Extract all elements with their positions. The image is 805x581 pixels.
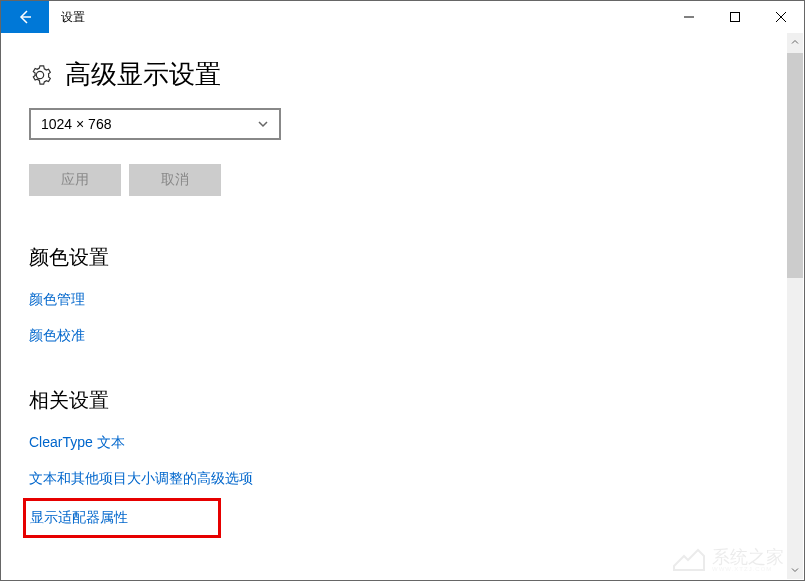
- highlight-box: 显示适配器属性: [23, 498, 221, 538]
- cleartype-link[interactable]: ClearType 文本: [29, 434, 125, 452]
- button-row: 应用 取消: [29, 164, 776, 196]
- resolution-value: 1024 × 768: [41, 116, 111, 132]
- page-header: 高级显示设置: [29, 57, 776, 92]
- content-area: 高级显示设置 1024 × 768 应用 取消 颜色设置 颜色管理 颜色校准 相…: [1, 33, 804, 580]
- related-section-title: 相关设置: [29, 387, 776, 414]
- scroll-down-button[interactable]: [787, 561, 803, 579]
- chevron-down-icon: [257, 118, 269, 130]
- scroll-thumb[interactable]: [787, 53, 803, 278]
- window-title: 设置: [61, 9, 85, 26]
- gear-icon: [29, 64, 51, 86]
- color-calibration-link[interactable]: 颜色校准: [29, 327, 85, 345]
- apply-button[interactable]: 应用: [29, 164, 121, 196]
- close-icon: [776, 12, 786, 22]
- color-section-title: 颜色设置: [29, 244, 776, 271]
- back-button[interactable]: [1, 1, 49, 33]
- cancel-button[interactable]: 取消: [129, 164, 221, 196]
- maximize-icon: [730, 12, 740, 22]
- text-sizing-link[interactable]: 文本和其他项目大小调整的高级选项: [29, 470, 253, 488]
- scroll-up-button[interactable]: [787, 33, 803, 51]
- minimize-button[interactable]: [666, 1, 712, 33]
- color-settings-section: 颜色设置 颜色管理 颜色校准: [29, 244, 776, 345]
- chevron-down-icon: [791, 566, 799, 574]
- svg-rect-2: [731, 13, 740, 22]
- arrow-left-icon: [17, 9, 33, 25]
- display-adapter-link[interactable]: 显示适配器属性: [30, 509, 128, 527]
- chevron-up-icon: [791, 38, 799, 46]
- titlebar: 设置: [1, 1, 804, 33]
- resolution-dropdown[interactable]: 1024 × 768: [29, 108, 281, 140]
- minimize-icon: [684, 12, 694, 22]
- window-controls: [666, 1, 804, 33]
- maximize-button[interactable]: [712, 1, 758, 33]
- scrollbar[interactable]: [787, 33, 803, 579]
- color-management-link[interactable]: 颜色管理: [29, 291, 85, 309]
- related-settings-section: 相关设置 ClearType 文本 文本和其他项目大小调整的高级选项 显示适配器…: [29, 387, 776, 538]
- close-button[interactable]: [758, 1, 804, 33]
- page-title: 高级显示设置: [65, 57, 221, 92]
